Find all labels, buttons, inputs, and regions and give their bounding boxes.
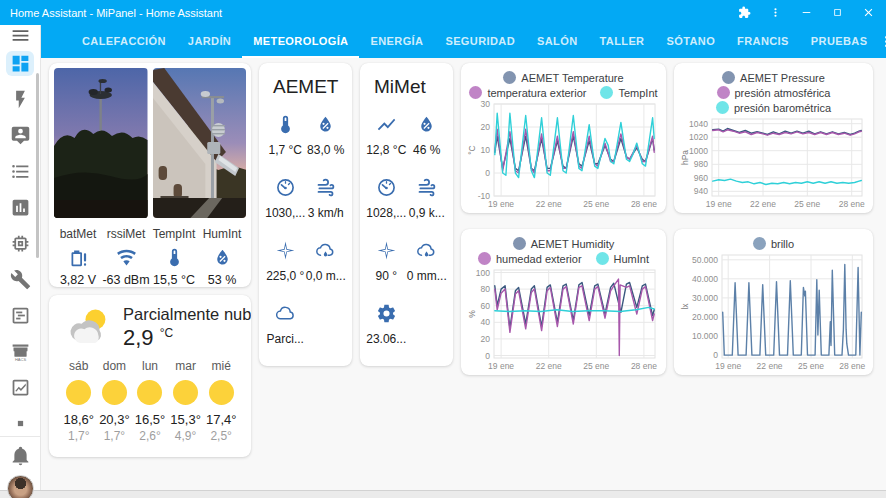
- tab-calefacción[interactable]: CALEFACCIÓN: [71, 25, 177, 58]
- tab-taller[interactable]: TALLER: [589, 25, 656, 58]
- extensions-button[interactable]: [729, 0, 760, 25]
- column-5: AEMET Pressure presión atmosférica presi…: [674, 63, 873, 375]
- window-titlebar: Home Assistant - MiPanel - Home Assistan…: [0, 0, 886, 25]
- svg-text:940: 940: [694, 186, 708, 196]
- sidebar-item-logs[interactable]: [6, 303, 34, 328]
- glance-entity-batMet[interactable]: batMet 3,82 V: [54, 227, 102, 287]
- wifi-icon: [116, 247, 137, 268]
- mimet-entity-1[interactable]: 46 %: [407, 114, 448, 157]
- temperature-chart-card[interactable]: AEMET Temperature temperatura exterior T…: [461, 63, 666, 213]
- mimet-entity-0[interactable]: 12,8 °C: [366, 114, 407, 157]
- aemet-entity-6[interactable]: Parci...: [265, 303, 306, 346]
- aemet-entity-3[interactable]: 3 km/h: [306, 177, 347, 220]
- svg-text:hPa: hPa: [680, 150, 690, 165]
- weather-forecast-card[interactable]: Parcialmente nub... 2,9 °C sáb 18,6° 1,7…: [49, 295, 251, 457]
- entity-value: 23.06...: [366, 332, 407, 346]
- entity-icon-wrap: [407, 240, 448, 261]
- forecast-high: 15,3°: [168, 412, 204, 427]
- forecast-day-dom: dom 20,3° 1,7°: [97, 359, 133, 443]
- sidebar-scrollbar[interactable]: [36, 73, 39, 258]
- tab-jardín[interactable]: JARDÍN: [177, 25, 242, 58]
- mimet-entity-4[interactable]: 90 °: [366, 240, 407, 283]
- dashboard-tab-bar: CALEFACCIÓNJARDÍNMETEOROLOGÍAENERGÍASEGU…: [41, 25, 886, 58]
- minimize-icon: [800, 6, 813, 19]
- column-2: AEMET 1,7 °C 83,0 % 1030,... 3 km/h 225,…: [259, 63, 352, 366]
- sidebar-item-misc[interactable]: [6, 411, 34, 436]
- forecast-low: 2,5°: [203, 429, 239, 443]
- entity-value: 3,82 V: [54, 273, 102, 287]
- legend-item: AEMET Humidity: [513, 237, 615, 250]
- flash-icon: [10, 89, 31, 110]
- aemet-entity-2[interactable]: 1030,...: [265, 177, 306, 220]
- tab-sótano[interactable]: SÓTANO: [655, 25, 726, 58]
- wrench-icon: [10, 269, 31, 290]
- forecast-day-label: mié: [203, 359, 239, 373]
- svg-text:60: 60: [481, 301, 491, 311]
- legend-color-dot: [513, 237, 526, 250]
- entity-icon-wrap: [407, 114, 448, 135]
- sidebar-item-overview[interactable]: [6, 51, 34, 76]
- sidebar: HACS: [0, 25, 41, 490]
- sidebar-item-history[interactable]: [6, 195, 34, 220]
- minimize-button[interactable]: [791, 0, 822, 25]
- sidebar-item-logbook[interactable]: [6, 159, 34, 184]
- mimet-entity-6[interactable]: 23.06...: [366, 303, 407, 346]
- glance-entity-rssiMet[interactable]: rssiMet -63 dBm: [102, 227, 150, 287]
- entity-label: HumInt: [198, 227, 246, 241]
- tab-meteorología[interactable]: METEOROLOGÍA: [242, 25, 359, 58]
- sidebar-item-grafana[interactable]: [6, 375, 34, 400]
- svg-text:20: 20: [481, 122, 491, 132]
- legend-item: AEMET Pressure: [722, 71, 825, 84]
- glance-entity-HumInt[interactable]: HumInt 53 %: [198, 227, 246, 287]
- camera-image-2[interactable]: [153, 68, 247, 218]
- forecast-day-label: sáb: [61, 359, 97, 373]
- glance-entity-TempInt[interactable]: TempInt 15,5 °C: [150, 227, 198, 287]
- horizontal-scrollbar[interactable]: [0, 490, 886, 498]
- dashboard-menu-button[interactable]: [878, 33, 886, 50]
- water-percent-icon: [212, 247, 233, 268]
- sidebar-item-map[interactable]: [6, 123, 34, 148]
- mimet-entity-2[interactable]: 1028,...: [366, 177, 407, 220]
- legend-item: AEMET Temperature: [503, 71, 623, 84]
- tab-salón[interactable]: SALÓN: [526, 25, 589, 58]
- tab-seguridad[interactable]: SEGURIDAD: [434, 25, 526, 58]
- window-title: Home Assistant - MiPanel - Home Assistan…: [0, 7, 729, 19]
- sunny-icon: [137, 380, 162, 405]
- aemet-entity-0[interactable]: 1,7 °C: [265, 114, 306, 157]
- notifications-button[interactable]: [6, 443, 34, 468]
- sidebar-menu-button[interactable]: [0, 25, 40, 46]
- sidebar-item-tools[interactable]: [6, 267, 34, 292]
- svg-text:22 ene: 22 ene: [757, 361, 783, 371]
- tooltip-account-icon: [10, 125, 31, 146]
- user-avatar[interactable]: [7, 475, 34, 498]
- humidity-chart-card[interactable]: AEMET Humidity humedad exterior HumInt 0…: [461, 229, 666, 375]
- aemet-entity-1[interactable]: 83,0 %: [306, 114, 347, 157]
- sidebar-item-hardware[interactable]: [6, 231, 34, 256]
- mimet-entity-3[interactable]: 0,9 k...: [407, 177, 448, 220]
- aemet-entity-5[interactable]: 0,0 m...: [306, 240, 347, 283]
- legend-color-dot: [717, 86, 730, 99]
- camera-row: [54, 68, 246, 218]
- close-button[interactable]: [853, 0, 884, 25]
- brightness-chart-card[interactable]: brillo 010.00020.00030.00040.00050.00019…: [674, 229, 873, 375]
- svg-text:980: 980: [694, 159, 708, 169]
- sidebar-item-energy[interactable]: [6, 87, 34, 112]
- browser-menu-button[interactable]: [760, 0, 791, 25]
- cloud-icon: [275, 303, 296, 324]
- tab-francis[interactable]: FRANCIS: [726, 25, 800, 58]
- legend-item: TempInt: [600, 86, 657, 99]
- camera-image-1[interactable]: [54, 68, 148, 218]
- sidebar-item-hacs[interactable]: HACS: [6, 339, 34, 364]
- mimet-entities: 12,8 °C 46 % 1028,... 0,9 k... 90 ° 0 mm…: [366, 114, 447, 346]
- svg-text:25 ene: 25 ene: [583, 361, 609, 371]
- pressure-chart-card[interactable]: AEMET Pressure presión atmosférica presi…: [674, 63, 873, 213]
- water-percent-icon: [416, 114, 437, 135]
- tab-pruebas[interactable]: PRUEBAS: [800, 25, 879, 58]
- svg-text:10: 10: [481, 145, 491, 155]
- maximize-button[interactable]: [822, 0, 853, 25]
- tab-energía[interactable]: ENERGÍA: [359, 25, 434, 58]
- aemet-entity-4[interactable]: 225,0 °: [265, 240, 306, 283]
- mimet-entity-5[interactable]: 0 mm...: [407, 240, 448, 283]
- chart-box-icon: [10, 197, 31, 218]
- compass-icon: [376, 240, 397, 261]
